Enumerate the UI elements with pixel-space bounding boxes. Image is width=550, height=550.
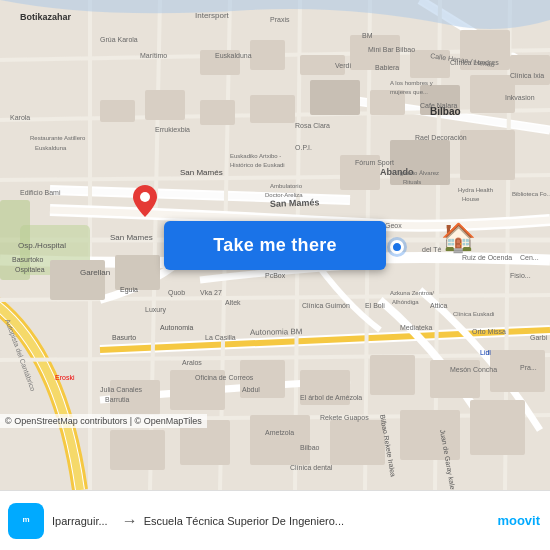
svg-text:Euskadiko Artxibo -: Euskadiko Artxibo - — [230, 153, 281, 159]
svg-rect-26 — [250, 40, 285, 70]
svg-text:Clínica dental: Clínica dental — [290, 464, 333, 471]
bottom-left-section: m Iparraguir... — [0, 503, 116, 539]
svg-text:Geox: Geox — [385, 222, 402, 229]
svg-text:Alhóndiga: Alhóndiga — [392, 299, 419, 305]
svg-text:Quob: Quob — [168, 289, 185, 297]
svg-text:Mesón Concha: Mesón Concha — [450, 366, 497, 373]
svg-text:San Mames: San Mames — [110, 233, 153, 242]
svg-text:House: House — [462, 196, 480, 202]
svg-rect-49 — [490, 350, 545, 392]
svg-text:Restaurante Astillero: Restaurante Astillero — [30, 135, 86, 141]
svg-text:Doctor·Areliza: Doctor·Areliza — [265, 192, 303, 198]
svg-text:Basurto: Basurto — [112, 334, 136, 341]
svg-text:Garbi: Garbi — [530, 334, 548, 341]
house-icon-container: 🏠 — [426, 220, 490, 254]
svg-rect-41 — [460, 130, 515, 180]
svg-text:Grúa Karola: Grúa Karola — [100, 36, 138, 43]
svg-text:Hydra Health: Hydra Health — [458, 187, 493, 193]
svg-rect-32 — [100, 100, 135, 122]
svg-text:Clínica Euskadi: Clínica Euskadi — [453, 311, 494, 317]
svg-text:Verdi: Verdi — [335, 62, 351, 69]
moovit-brand-text: moovit — [497, 513, 540, 528]
svg-text:Mini Bar Bilbao: Mini Bar Bilbao — [368, 46, 415, 53]
map-pin — [133, 185, 157, 215]
svg-text:Euskalduna: Euskalduna — [35, 145, 67, 151]
svg-text:Ignacio Álvarez: Ignacio Álvarez — [398, 170, 439, 176]
svg-text:Oficina de Correos: Oficina de Correos — [195, 374, 254, 381]
svg-text:Praxis: Praxis — [270, 16, 290, 23]
svg-text:Ruiz de Ocenda: Ruiz de Ocenda — [462, 254, 512, 261]
svg-text:Julia Canales: Julia Canales — [100, 386, 143, 393]
svg-rect-34 — [200, 100, 235, 125]
map-attribution: © OpenStreetMap contributors | © OpenMap… — [0, 414, 207, 428]
svg-text:Lidl: Lidl — [480, 349, 491, 356]
svg-text:Euskalduna: Euskalduna — [215, 52, 252, 59]
svg-text:mujeres que...: mujeres que... — [390, 89, 428, 95]
svg-text:Rekete Guapos: Rekete Guapos — [320, 414, 369, 422]
to-location-label: Escuela Técnica Superior De Ingeniero... — [144, 515, 364, 527]
svg-text:Basurtoko: Basurtoko — [12, 256, 44, 263]
svg-text:Edificio Bami: Edificio Bami — [20, 189, 61, 196]
svg-text:San Mamés: San Mamés — [270, 197, 320, 209]
svg-text:Azkuna Zentroa/: Azkuna Zentroa/ — [390, 290, 434, 296]
svg-text:Garellan: Garellan — [80, 268, 110, 277]
bottom-bar: m Iparraguir... → Escuela Técnica Superi… — [0, 490, 550, 550]
svg-text:Fisio...: Fisio... — [510, 272, 531, 279]
svg-text:Cen...: Cen... — [520, 254, 539, 261]
svg-text:San Mamés: San Mamés — [180, 168, 223, 177]
svg-text:PcBox: PcBox — [265, 272, 286, 279]
svg-text:Intersport: Intersport — [195, 11, 230, 20]
svg-text:Barrutia: Barrutia — [105, 396, 130, 403]
svg-text:BM: BM — [362, 32, 373, 39]
svg-text:Bilbao: Bilbao — [300, 444, 320, 451]
svg-text:Inkvasion: Inkvasion — [505, 94, 535, 101]
svg-text:Vka 27: Vka 27 — [200, 289, 222, 296]
svg-text:Marítimo: Marítimo — [140, 52, 167, 59]
svg-text:Errukiexbia: Errukiexbia — [155, 126, 190, 133]
svg-rect-31 — [510, 55, 550, 85]
svg-text:Luxury: Luxury — [145, 306, 167, 314]
svg-point-148 — [140, 192, 150, 202]
svg-text:Rael Decoración: Rael Decoración — [415, 134, 467, 141]
svg-text:Clínica Guimón: Clínica Guimón — [302, 302, 350, 309]
svg-text:Clínica Ixia: Clínica Ixia — [510, 72, 544, 79]
svg-text:Rituals: Rituals — [403, 179, 421, 185]
svg-text:La Casilla: La Casilla — [205, 334, 236, 341]
svg-text:A los hombres y: A los hombres y — [390, 80, 433, 86]
current-location-dot — [390, 240, 404, 254]
svg-rect-52 — [250, 415, 310, 465]
svg-text:Eroski: Eroski — [55, 374, 75, 381]
svg-text:Ospitalea: Ospitalea — [15, 266, 45, 274]
from-location-label: Iparraguir... — [52, 515, 108, 527]
svg-text:Altek: Altek — [225, 299, 241, 306]
moovit-brand: moovit — [487, 513, 550, 528]
svg-text:Pra...: Pra... — [520, 364, 537, 371]
svg-text:Biblioteca Fo...: Biblioteca Fo... — [512, 191, 550, 197]
svg-text:Babiera: Babiera — [375, 64, 399, 71]
svg-rect-47 — [370, 355, 415, 395]
svg-rect-35 — [250, 95, 295, 123]
svg-text:Histórico de Euskadi: Histórico de Euskadi — [230, 162, 285, 168]
svg-rect-57 — [115, 255, 160, 290]
svg-text:Rosa Clara: Rosa Clara — [295, 122, 330, 129]
svg-text:Cafe Nalara: Cafe Nalara — [420, 102, 457, 109]
direction-arrow-icon: → — [122, 512, 138, 530]
svg-text:Aralos: Aralos — [182, 359, 202, 366]
svg-text:Botikazahar: Botikazahar — [20, 12, 72, 22]
svg-text:Mediateka: Mediateka — [400, 324, 432, 331]
svg-text:Fórum Sport: Fórum Sport — [355, 159, 394, 167]
svg-text:Osp./Hospital: Osp./Hospital — [18, 241, 66, 250]
map-container: San Mamés Garellan Abando Bilbao Autonom… — [0, 0, 550, 490]
svg-text:Ambulatorio: Ambulatorio — [270, 183, 303, 189]
moovit-logo: m — [8, 503, 44, 539]
svg-rect-33 — [145, 90, 185, 120]
svg-text:Autonomia: Autonomia — [160, 324, 194, 331]
svg-rect-56 — [50, 260, 105, 300]
take-me-there-button[interactable]: Take me there — [164, 221, 386, 270]
house-icon: 🏠 — [441, 221, 476, 254]
svg-text:Abdul: Abdul — [242, 386, 260, 393]
svg-text:Karola: Karola — [10, 114, 30, 121]
svg-text:El Boli: El Boli — [365, 302, 385, 309]
svg-text:Orto Missa: Orto Missa — [472, 328, 506, 335]
svg-text:El árbol de Amézola: El árbol de Amézola — [300, 394, 362, 401]
